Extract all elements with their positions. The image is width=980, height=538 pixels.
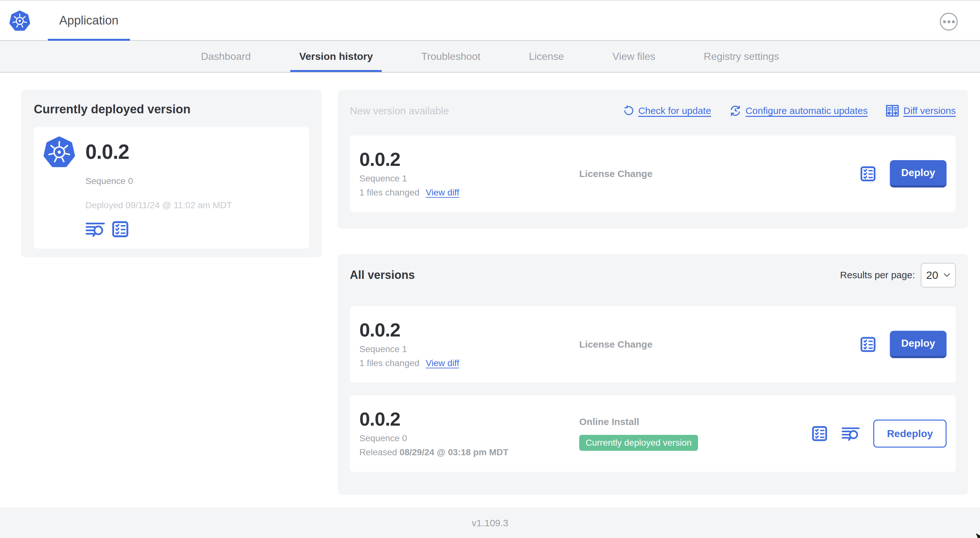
checklist-icon <box>859 165 877 183</box>
results-per-page: Results per page: 20 <box>840 263 956 287</box>
nav-tabs: Dashboard Version history Troubleshoot L… <box>0 41 980 73</box>
update-actions: Check for update Configure automatic upd… <box>623 104 956 118</box>
sequence-label: Sequence 1 <box>360 173 579 184</box>
sequence-label: Sequence 1 <box>360 344 579 354</box>
files-changed-label: 1 files changed <box>360 358 419 368</box>
version-number: 0.0.2 <box>360 410 579 429</box>
configure-automatic-updates-link[interactable]: Configure automatic updates <box>729 105 868 117</box>
console-version: v1.109.3 <box>471 517 508 528</box>
diff-icon <box>885 104 899 118</box>
sequence-label: Sequence 0 <box>360 433 579 443</box>
version-checks-button[interactable] <box>811 425 828 442</box>
deploy-button[interactable]: Deploy <box>890 160 947 187</box>
new-version-panel: New version available Check for update C… <box>338 90 968 229</box>
version-checks-button[interactable] <box>859 165 877 183</box>
view-diff-link[interactable]: View diff <box>426 358 459 368</box>
tab-dashboard[interactable]: Dashboard <box>192 41 260 72</box>
results-per-page-select[interactable]: 20 <box>921 263 956 287</box>
tab-registry-settings[interactable]: Registry settings <box>695 41 788 72</box>
currently-deployed-title: Currently deployed version <box>34 103 309 116</box>
all-versions-panel: All versions Results per page: 20 0.0.2 <box>338 254 968 495</box>
redeploy-button[interactable]: Redeploy <box>873 420 947 448</box>
deploy-button[interactable]: Deploy <box>890 331 947 358</box>
check-for-update-link[interactable]: Check for update <box>623 105 711 116</box>
all-versions-title: All versions <box>350 268 415 282</box>
checklist-icon <box>111 220 129 238</box>
tab-license[interactable]: License <box>520 41 573 72</box>
version-source-label: License Change <box>579 339 652 349</box>
version-number: 0.0.2 <box>360 321 579 340</box>
tab-view-files[interactable]: View files <box>603 41 664 72</box>
view-logs-icon <box>842 425 860 442</box>
refresh-icon <box>623 105 634 116</box>
app-title: Application <box>59 14 119 27</box>
diff-versions-link[interactable]: Diff versions <box>885 104 956 118</box>
chevron-down-icon <box>943 273 950 277</box>
app-window: Application Dashboard Version history Tr… <box>0 0 980 538</box>
version-number: 0.0.2 <box>360 150 579 169</box>
results-per-page-label: Results per page: <box>840 270 915 281</box>
more-options-button[interactable] <box>940 13 958 30</box>
right-column: New version available Check for update C… <box>338 90 968 495</box>
version-checks-button[interactable] <box>111 220 129 238</box>
deployed-timestamp: Deployed 09/11/24 @ 11:02 am MDT <box>85 200 299 210</box>
new-version-row: 0.0.2 Sequence 1 1 files changed View di… <box>350 136 956 212</box>
view-logs-icon <box>85 220 105 238</box>
top-header: Application <box>0 1 980 41</box>
tab-troubleshoot[interactable]: Troubleshoot <box>412 41 489 72</box>
sync-clock-icon <box>729 105 742 117</box>
footer: v1.109.3 <box>0 508 980 538</box>
version-source-label: Online Install <box>579 416 639 427</box>
files-changed-label: 1 files changed <box>360 187 419 198</box>
currently-deployed-panel: Currently deployed version 0.0.2 Sequenc… <box>21 90 322 257</box>
deployed-version-number: 0.0.2 <box>85 140 129 163</box>
currently-deployed-badge: Currently deployed version <box>579 435 698 451</box>
view-logs-button[interactable] <box>85 220 105 238</box>
deployed-version-card: 0.0.2 Sequence 0 Deployed 09/11/24 @ 11:… <box>34 127 309 249</box>
view-logs-button[interactable] <box>842 425 860 442</box>
kubernetes-logo-icon <box>9 10 30 31</box>
version-row: 0.0.2 Sequence 0 Released 08/29/24 @ 03:… <box>350 395 956 472</box>
version-source-label: License Change <box>579 168 652 179</box>
tab-version-history[interactable]: Version history <box>290 41 382 72</box>
version-checks-button[interactable] <box>859 336 877 353</box>
kubernetes-logo-icon <box>43 136 75 168</box>
ellipsis-icon <box>943 21 946 23</box>
checklist-icon <box>811 425 828 442</box>
main-content: Currently deployed version 0.0.2 Sequenc… <box>0 73 980 508</box>
view-diff-link[interactable]: View diff <box>426 187 459 198</box>
deployed-sequence-label: Sequence 0 <box>85 176 299 186</box>
app-title-tab[interactable]: Application <box>48 1 130 40</box>
released-timestamp: Released 08/29/24 @ 03:18 pm MDT <box>360 447 509 457</box>
checklist-icon <box>859 336 877 353</box>
version-row: 0.0.2 Sequence 1 1 files changed View di… <box>350 306 956 382</box>
new-version-title: New version available <box>350 105 449 117</box>
